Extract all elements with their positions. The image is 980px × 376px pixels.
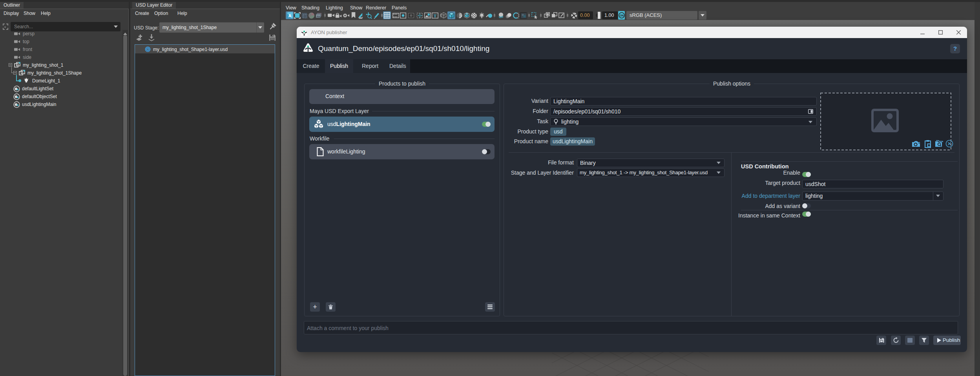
- svg-text:ON: ON: [620, 14, 624, 17]
- svg-text:T: T: [434, 13, 437, 18]
- svg-text:A: A: [288, 14, 292, 18]
